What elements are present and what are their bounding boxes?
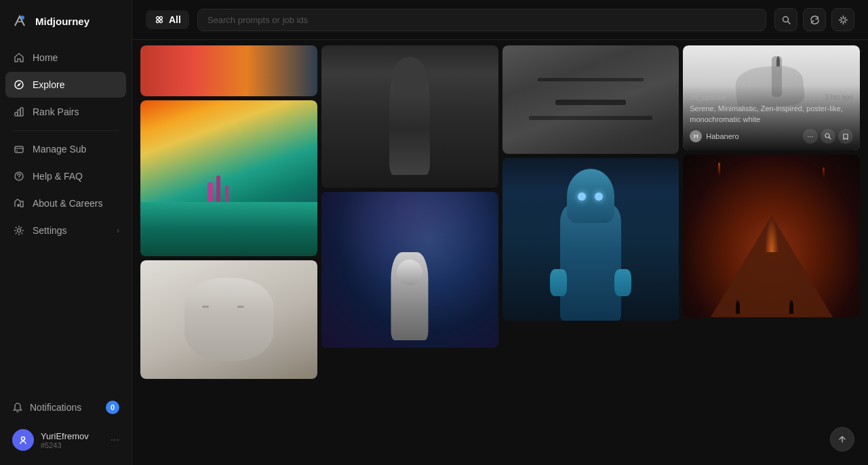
gallery: /v6_upscale 3 hrs ago Serene, Minimalist… (132, 40, 868, 465)
topbar-icons (774, 8, 854, 31)
about-careers-icon (12, 197, 26, 210)
all-filter-button[interactable]: All (146, 10, 189, 29)
svg-rect-5 (15, 146, 23, 153)
card-search-button[interactable] (821, 129, 835, 144)
svg-rect-9 (18, 204, 20, 207)
nav-divider-1 (12, 130, 119, 131)
scroll-up-button[interactable] (830, 427, 854, 451)
logo-icon (11, 12, 28, 30)
settings-label: Settings (33, 225, 67, 236)
svg-point-15 (160, 17, 163, 20)
svg-point-6 (16, 150, 18, 152)
masonry-grid: /v6_upscale 3 hrs ago Serene, Minimalist… (140, 45, 860, 379)
svg-point-10 (18, 229, 21, 232)
sidebar-item-manage-sub[interactable]: Manage Sub (5, 136, 126, 162)
explore-icon (12, 78, 26, 92)
sidebar-item-explore[interactable]: Explore (5, 72, 126, 98)
card-top-strip[interactable] (140, 45, 317, 96)
help-faq-icon (12, 169, 26, 183)
svg-point-8 (18, 178, 20, 179)
sidebar-bottom: Notifications 0 YuriEfremov #5243 ··· (0, 389, 132, 465)
card-username: Habanero (706, 132, 738, 140)
app-name: Midjourney (35, 16, 90, 27)
card-stone-face[interactable] (502, 45, 679, 154)
notifications-badge: 0 (106, 401, 119, 414)
svg-rect-4 (20, 108, 23, 116)
gallery-col-1 (140, 45, 317, 379)
card-white-sculpture[interactable] (140, 260, 317, 379)
card-time: 3 hrs ago (825, 94, 853, 101)
search-button[interactable] (774, 8, 797, 31)
user-more-icon[interactable]: ··· (111, 434, 119, 446)
explore-label: Explore (33, 79, 64, 90)
user-avatar (12, 429, 34, 451)
user-info: YuriEfremov #5243 (41, 431, 104, 449)
nav-items: Home Explore Rank Pairs (0, 42, 132, 389)
card-save-button[interactable] (838, 129, 853, 144)
topbar: All Search prompts or job ids (132, 0, 868, 40)
logo-area[interactable]: Midjourney (0, 0, 132, 42)
card-command: /v6_upscale (690, 94, 726, 101)
card-meta: /v6_upscale 3 hrs ago (690, 94, 853, 101)
sparkle-button[interactable] (831, 8, 854, 31)
sidebar-item-settings[interactable]: Settings › (5, 218, 126, 243)
sidebar-item-notifications[interactable]: Notifications 0 (5, 395, 126, 420)
help-faq-label: Help & FAQ (33, 171, 83, 182)
rank-pairs-icon (12, 105, 26, 119)
card-overlay-floating: /v6_upscale 3 hrs ago Serene, Minimalist… (683, 85, 860, 150)
card-astronaut[interactable] (321, 192, 498, 348)
refresh-button[interactable] (803, 8, 826, 31)
svg-point-0 (20, 16, 24, 20)
manage-sub-icon (12, 142, 26, 156)
card-castle-landscape[interactable] (140, 100, 317, 256)
sidebar: Midjourney Home Explore (0, 0, 132, 465)
card-robot[interactable] (502, 158, 679, 321)
card-more-button[interactable]: ··· (803, 129, 818, 144)
all-filter-icon (154, 14, 165, 25)
manage-sub-label: Manage Sub (33, 144, 86, 155)
card-user-row: H Habanero ··· (690, 129, 853, 144)
all-filter-label: All (169, 14, 181, 25)
gallery-col-2 (321, 45, 498, 348)
svg-point-14 (160, 20, 163, 23)
user-id: #5243 (41, 441, 104, 449)
user-name: YuriEfremov (41, 431, 104, 441)
main-content: All Search prompts or job ids (132, 0, 868, 465)
about-careers-label: About & Careers (33, 198, 103, 209)
gallery-col-3 (502, 45, 679, 321)
card-user-avatar: H (690, 130, 702, 142)
sidebar-item-rank-pairs[interactable]: Rank Pairs (5, 99, 126, 125)
svg-point-16 (157, 20, 159, 23)
card-floating-island[interactable]: /v6_upscale 3 hrs ago Serene, Minimalist… (683, 45, 860, 150)
card-description: Serene, Minimalistic, Zen-inspired, post… (690, 104, 853, 125)
sidebar-item-help-faq[interactable]: Help & FAQ (5, 163, 126, 189)
card-robed-figure[interactable] (321, 45, 498, 188)
search-bar[interactable]: Search prompts or job ids (197, 9, 766, 31)
user-profile-row[interactable]: YuriEfremov #5243 ··· (5, 423, 126, 457)
svg-point-13 (157, 17, 159, 20)
home-label: Home (33, 52, 58, 63)
notifications-icon (12, 402, 23, 413)
card-pyramid[interactable] (683, 155, 860, 317)
settings-icon (12, 224, 26, 237)
settings-arrow-icon: › (117, 226, 119, 235)
card-action-buttons: ··· (803, 129, 853, 144)
sidebar-item-about-careers[interactable]: About & Careers (5, 190, 126, 216)
home-icon (12, 51, 26, 64)
gallery-col-4: /v6_upscale 3 hrs ago Serene, Minimalist… (683, 45, 860, 317)
sidebar-item-home[interactable]: Home (5, 45, 126, 70)
search-placeholder: Search prompts or job ids (208, 15, 308, 25)
rank-pairs-label: Rank Pairs (33, 106, 79, 117)
notifications-label: Notifications (30, 402, 81, 413)
